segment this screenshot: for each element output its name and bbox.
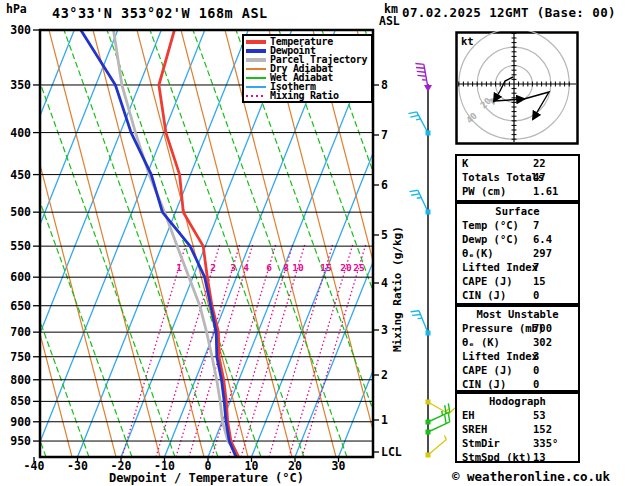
wet-adiabat-line xyxy=(21,30,175,457)
panel-row-value: 152 xyxy=(533,422,552,436)
panel-row: CIN (J)0 xyxy=(457,377,578,391)
height-tick-label: 3 xyxy=(381,323,388,337)
pressure-tick-label: 650 xyxy=(10,299,31,313)
panel-row: CAPE (J)15 xyxy=(457,274,578,288)
panel-row: Pressure (mb)700 xyxy=(457,321,578,335)
panel-row: EH53 xyxy=(457,408,578,422)
panel-row: θₑ(K)297 xyxy=(457,246,578,260)
panel-row-label: PW (cm) xyxy=(462,185,506,197)
panel-row: PW (cm)1.61 xyxy=(457,184,578,198)
panel-row-value: 7 xyxy=(533,218,539,232)
legend-item-label: Mixing Ratio xyxy=(270,90,339,101)
pressure-tick-label: 300 xyxy=(10,23,31,37)
legend-line-sample xyxy=(246,68,266,70)
panel-row: K22 xyxy=(457,156,578,170)
pressure-tick-label: 950 xyxy=(10,434,31,448)
mixing-ratio-value: 20 xyxy=(340,262,352,273)
barb-base-dot xyxy=(426,131,431,136)
pressure-tick-label: 450 xyxy=(10,168,31,182)
hodograph-plot: 2040kt xyxy=(455,31,580,146)
panel-row-label: Lifted Index xyxy=(462,261,538,273)
pressure-tick-label: 750 xyxy=(10,350,31,364)
panel-row: SREH152 xyxy=(457,422,578,436)
height-tick-label: 6 xyxy=(381,178,388,192)
pressure-tick-label: 550 xyxy=(10,239,31,253)
pressure-tick-label: 400 xyxy=(10,126,31,140)
panel-row-value: 297 xyxy=(533,246,552,260)
panel-title: Hodograph xyxy=(457,394,578,408)
wind-barb xyxy=(426,400,455,415)
panel-row: Dewp (°C)6.4 xyxy=(457,232,578,246)
panel-row-label: StmDir xyxy=(462,437,500,449)
mixing-ratio-value: 4 xyxy=(243,262,249,273)
mixing-ratio-value: 15 xyxy=(320,262,332,273)
panel-row: Temp (°C)7 xyxy=(457,218,578,232)
parcel-trajectory-trace xyxy=(114,30,239,457)
barb-base-dot xyxy=(426,210,431,215)
height-tick-label: 4 xyxy=(381,276,388,290)
panel-row-value: 1.61 xyxy=(533,184,558,198)
legend-line-sample xyxy=(246,49,266,53)
mixing-ratio-value: 1 xyxy=(176,262,182,273)
barb-base-dot xyxy=(426,420,431,425)
mixing-ratio-value: 6 xyxy=(266,262,272,273)
pressure-tick-label: 350 xyxy=(10,78,31,92)
panel-row-value: 335° xyxy=(533,436,558,450)
pressure-tick-label: 600 xyxy=(10,270,31,284)
legend-line-sample xyxy=(246,77,266,79)
panel-row-label: StmSpd (kt) xyxy=(462,451,532,463)
legend-line-sample xyxy=(246,95,266,97)
panel-row-value: 0 xyxy=(533,363,539,377)
most-unstable-panel: Most UnstablePressure (mb)700θₑ (K)302Li… xyxy=(455,305,580,392)
panel-row: Lifted Index3 xyxy=(457,349,578,363)
panel-row: θₑ (K)302 xyxy=(457,335,578,349)
legend-line-sample xyxy=(246,86,266,88)
legend-item: Mixing Ratio xyxy=(246,91,371,100)
pressure-tick-label: 500 xyxy=(10,205,31,219)
panel-title: Most Unstable xyxy=(457,307,578,321)
panel-row-value: 22 xyxy=(533,156,546,170)
hodograph-unit-label: kt xyxy=(461,35,474,47)
panel-row-value: 13 xyxy=(533,450,546,464)
mixing-ratio-value: 8 xyxy=(283,262,289,273)
panel-row-label: Dewp (°C) xyxy=(462,233,519,245)
panel-row: CIN (J)0 xyxy=(457,288,578,302)
temperature-axis-title: Dewpoint / Temperature (°C) xyxy=(40,471,373,485)
panel-row-value: 0 xyxy=(533,377,539,391)
mixing-ratio-value: 2 xyxy=(210,262,216,273)
panel-row-label: Temp (°C) xyxy=(462,219,519,231)
indices-panel: K22Totals Totals47PW (cm)1.61 xyxy=(455,154,580,202)
panel-row-label: K xyxy=(462,157,468,169)
hodograph-border xyxy=(457,33,578,144)
panel-row-label: θₑ(K) xyxy=(462,247,494,259)
barb-base-dot xyxy=(426,400,431,405)
panel-row: Lifted Index7 xyxy=(457,260,578,274)
legend: TemperatureDewpointParcel TrajectoryDry … xyxy=(242,34,373,103)
height-tick-label: 7 xyxy=(381,128,388,142)
panel-row-value: 3 xyxy=(533,349,539,363)
legend-line-sample xyxy=(246,40,266,44)
panel-row-label: SREH xyxy=(462,423,487,435)
panel-row-label: θₑ (K) xyxy=(462,336,500,348)
height-tick-label: 1 xyxy=(381,413,388,427)
panel-row-value: 700 xyxy=(533,321,552,335)
panel-row-value: 53 xyxy=(533,408,546,422)
mixing-ratio-value: 3 xyxy=(230,262,236,273)
panel-row: Totals Totals47 xyxy=(457,170,578,184)
height-tick-label: 5 xyxy=(381,228,388,242)
wet-adiabat-line xyxy=(0,30,3,457)
skewt-app: hPa 43°33'N 353°02'W 168m ASL km ASL 07.… xyxy=(0,0,629,486)
mixing-ratio-value: 10 xyxy=(292,262,304,273)
surface-panel: SurfaceTemp (°C)7Dewp (°C)6.4θₑ(K)297Lif… xyxy=(455,202,580,305)
pressure-tick-label: 800 xyxy=(10,373,31,387)
hodograph-panel: HodographEH53SREH152StmDir335°StmSpd (kt… xyxy=(455,392,580,463)
panel-title: Surface xyxy=(457,204,578,218)
pressure-tick-label: 700 xyxy=(10,325,31,339)
panel-row: StmDir335° xyxy=(457,436,578,450)
panel-row-label: CIN (J) xyxy=(462,378,506,390)
panel-row-label: EH xyxy=(462,409,475,421)
panel-row-label: Pressure (mb) xyxy=(462,322,544,334)
legend-line-sample xyxy=(246,58,266,62)
height-tick-label: 2 xyxy=(381,368,388,382)
panel-row-value: 302 xyxy=(533,335,552,349)
